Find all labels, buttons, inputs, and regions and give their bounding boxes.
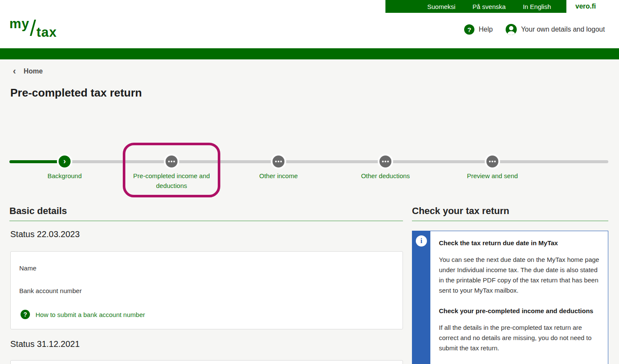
step-label-preview-send[interactable]: Preview and send: [445, 171, 539, 181]
help-label: Help: [479, 26, 493, 33]
info-body-due-date: You can see the next due date on the MyT…: [439, 255, 599, 296]
info-title-check-income: Check your pre-completed income and dedu…: [439, 306, 599, 316]
bank-account-help-label: How to submit a bank account number: [36, 311, 145, 318]
breadcrumb-label: Home: [24, 68, 42, 75]
step-node-background[interactable]: ›: [57, 154, 72, 169]
status-heading-2023: Status 22.03.2023: [10, 229, 80, 239]
logo-slash: /: [30, 17, 36, 39]
vero-fi-link[interactable]: vero.fi: [575, 0, 596, 13]
step-label-other-deductions[interactable]: Other deductions: [338, 171, 432, 181]
ellipsis-icon: [382, 161, 389, 162]
bank-account-label: Bank account number: [19, 287, 82, 294]
user-icon: [506, 24, 517, 35]
account-label: Your own details and logout: [521, 26, 605, 33]
step-label-precompleted-income[interactable]: Pre-completed income and deductions: [124, 171, 219, 191]
chevron-left-icon: ‹: [13, 67, 16, 76]
check-tax-return-heading: Check your tax return: [412, 205, 509, 217]
header-actions: ? Help Your own details and logout: [464, 24, 605, 35]
info-box: i Check the tax return due date in MyTax…: [412, 231, 608, 364]
lang-link-in-english[interactable]: In English: [523, 3, 551, 10]
bank-account-help-link[interactable]: ? How to submit a bank account number: [21, 310, 145, 319]
check-chevron-icon: ›: [63, 157, 66, 165]
step-node-other-income[interactable]: [271, 154, 286, 169]
step-node-preview-send[interactable]: [485, 154, 500, 169]
stepper-track: [9, 160, 608, 163]
info-icon-glyph: i: [421, 237, 422, 245]
step-node-other-deductions[interactable]: [378, 154, 393, 169]
mytax-logo[interactable]: my / tax: [9, 17, 57, 39]
logo-text-tax: tax: [36, 25, 57, 40]
basic-details-heading: Basic details: [9, 205, 67, 217]
question-icon: ?: [21, 310, 30, 319]
step-node-precompleted-income[interactable]: [164, 154, 179, 169]
ellipsis-icon: [275, 161, 282, 162]
basic-details-card: Name Bank account number ? How to submit…: [10, 251, 403, 329]
lang-link-pa-svenska[interactable]: På svenska: [473, 3, 506, 10]
lang-link-suomeksi[interactable]: Suomeksi: [427, 3, 456, 10]
status-2021-card: [10, 360, 403, 364]
mytax-page: my / tax Suomeksi På svenska In English …: [0, 0, 619, 364]
info-box-content: Check the tax return due date in MyTax Y…: [430, 231, 608, 364]
green-nav-bar: [0, 48, 619, 59]
info-body-check-income: If all the details in the pre-completed …: [439, 323, 599, 353]
help-icon-glyph: ?: [467, 26, 471, 33]
help-icon: ?: [464, 24, 474, 35]
breadcrumb-home[interactable]: ‹ Home: [13, 67, 43, 76]
status-heading-2021: Status 31.12.2021: [10, 339, 80, 349]
info-box-strip: i: [412, 231, 430, 364]
heading-underline: [9, 220, 403, 221]
page-title: Pre-completed tax return: [10, 86, 142, 100]
language-bar: Suomeksi På svenska In English: [385, 0, 566, 13]
account-logout-link[interactable]: Your own details and logout: [506, 24, 605, 35]
heading-underline: [412, 220, 608, 221]
name-label: Name: [19, 264, 36, 272]
question-icon-glyph: ?: [24, 311, 27, 318]
ellipsis-icon: [489, 161, 496, 162]
info-icon: i: [416, 235, 427, 247]
ellipsis-icon: [168, 161, 175, 162]
help-link[interactable]: ? Help: [464, 24, 493, 35]
step-label-background[interactable]: Background: [18, 171, 112, 181]
logo-text-my: my: [9, 16, 30, 32]
info-title-due-date: Check the tax return due date in MyTax: [439, 238, 599, 248]
step-label-other-income[interactable]: Other income: [231, 171, 326, 181]
